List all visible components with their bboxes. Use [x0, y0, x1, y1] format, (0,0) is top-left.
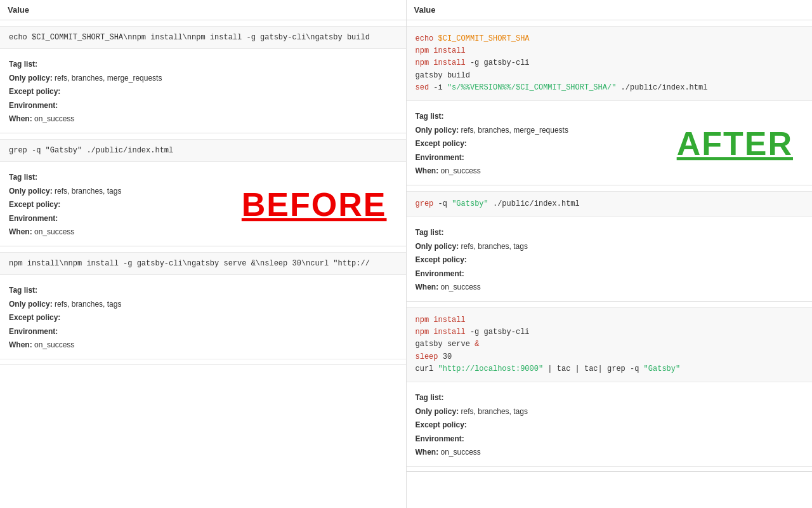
right-code-1: echo $CI_COMMIT_SHORT_SHA npm install np…: [407, 27, 813, 101]
r-tag-list-label: Tag list:: [416, 112, 444, 121]
environment-label-2: Environment:: [9, 214, 58, 223]
r-only-policy-label-3: Only policy:: [416, 407, 459, 416]
environment-label: Environment:: [9, 101, 58, 110]
r-only-policy-value-3: refs, branches, tags: [461, 407, 528, 416]
r-when-value: on_success: [441, 166, 481, 175]
only-policy-label: Only policy:: [9, 74, 53, 83]
left-meta-3: Tag list: Only policy: refs, branches, t…: [0, 277, 406, 359]
left-section-3: npm install\nnpm install -g gatsby-cli\n…: [0, 246, 406, 364]
tag-list-label-2: Tag list:: [9, 173, 37, 182]
r-only-policy-value-2: refs, branches, tags: [461, 242, 528, 251]
environment-label-3: Environment:: [9, 327, 58, 336]
right-code-2: grep -q "Gatsby" ./public/index.html: [407, 192, 813, 217]
left-meta-1: Tag list: Only policy: refs, branches, m…: [0, 51, 406, 133]
r-when-label-3: When:: [416, 448, 439, 457]
right-code-3: npm install npm install -g gatsby-cli ga…: [407, 308, 813, 382]
when-label-2: When:: [9, 227, 32, 236]
right-meta-2: Tag list: Only policy: refs, branches, t…: [407, 220, 813, 301]
r-tag-list-label-3: Tag list:: [416, 393, 444, 402]
right-meta-3: Tag list: Only policy: refs, branches, t…: [407, 385, 813, 466]
right-section-1: echo $CI_COMMIT_SHORT_SHA npm install np…: [407, 20, 813, 185]
tag-list-label-3: Tag list:: [9, 286, 37, 295]
only-policy-value: refs, branches, merge_requests: [55, 74, 162, 83]
except-policy-label-3: Except policy:: [9, 313, 60, 322]
r-tag-list-label-2: Tag list:: [416, 228, 444, 237]
only-policy-value-2: refs, branches, tags: [55, 187, 121, 196]
only-policy-label-2: Only policy:: [9, 187, 53, 196]
r-environment-label: Environment:: [416, 153, 464, 162]
r-only-policy-label-2: Only policy:: [416, 242, 459, 251]
when-label: When:: [9, 114, 32, 123]
right-section-2: grep -q "Gatsby" ./public/index.html Tag…: [407, 185, 813, 302]
r-except-policy-label-2: Except policy:: [416, 255, 467, 264]
except-policy-label-2: Except policy:: [9, 200, 60, 209]
left-header-text: Value: [8, 5, 29, 15]
left-section-2: grep -q "Gatsby" ./public/index.html Tag…: [0, 133, 406, 246]
right-meta-1: Tag list: Only policy: refs, branches, m…: [407, 104, 813, 185]
r-only-policy-value: refs, branches, merge_requests: [461, 126, 568, 135]
only-policy-label-3: Only policy:: [9, 300, 53, 309]
right-panel: Value echo $CI_COMMIT_SHORT_SHA npm inst…: [407, 0, 813, 508]
r-when-value-2: on_success: [441, 283, 481, 291]
when-value-2: on_success: [34, 227, 74, 236]
left-code-1: echo $CI_COMMIT_SHORT_SHA\nnpm install\n…: [0, 27, 406, 49]
r-when-label: When:: [416, 166, 439, 175]
when-value: on_success: [34, 114, 74, 123]
r-except-policy-label-3: Except policy:: [416, 420, 467, 429]
r-environment-label-2: Environment:: [416, 269, 464, 278]
r-environment-label-3: Environment:: [416, 434, 464, 443]
right-header-text: Value: [414, 5, 436, 15]
only-policy-value-3: refs, branches, tags: [55, 300, 121, 309]
right-section-3: npm install npm install -g gatsby-cli ga…: [407, 302, 813, 472]
after-label: AFTER: [677, 114, 793, 174]
left-header: Value: [0, 0, 406, 20]
tag-list-label: Tag list:: [9, 60, 37, 69]
left-code-3: npm install\nnpm install -g gatsby-cli\n…: [0, 253, 406, 275]
when-label-3: When:: [9, 340, 32, 349]
left-meta-2: Tag list: Only policy: refs, branches, t…: [0, 164, 406, 246]
r-when-value-3: on_success: [441, 448, 481, 457]
left-section-1: echo $CI_COMMIT_SHORT_SHA\nnpm install\n…: [0, 20, 406, 133]
right-header: Value: [407, 0, 813, 20]
r-when-label-2: When:: [416, 283, 439, 291]
r-only-policy-label: Only policy:: [416, 126, 459, 135]
left-panel: Value echo $CI_COMMIT_SHORT_SHA\nnpm ins…: [0, 0, 407, 508]
r-except-policy-label: Except policy:: [416, 139, 467, 148]
when-value-3: on_success: [34, 340, 74, 349]
except-policy-label: Except policy:: [9, 87, 60, 96]
left-code-2: grep -q "Gatsby" ./public/index.html: [0, 140, 406, 162]
before-label: BEFORE: [242, 175, 387, 235]
